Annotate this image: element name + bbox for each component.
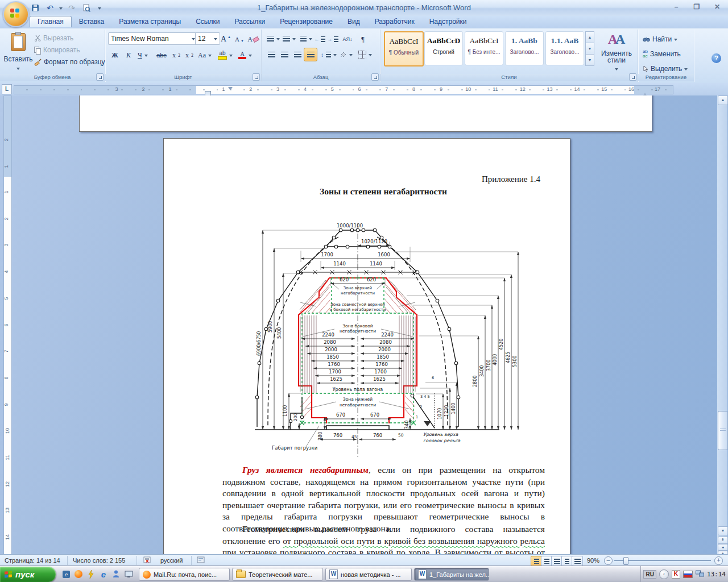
- view-outline-button[interactable]: [561, 556, 573, 566]
- scroll-down-button[interactable]: ▼: [718, 526, 728, 535]
- styles-gallery-more[interactable]: ▼: [585, 54, 594, 66]
- macro-record-icon[interactable]: [197, 555, 205, 566]
- quicklaunch-ie-icon[interactable]: e: [98, 568, 109, 580]
- vertical-ruler[interactable]: 211234567891011121314: [3, 95, 12, 554]
- bold-button[interactable]: Ж: [108, 48, 122, 62]
- office-button[interactable]: [3, 1, 29, 27]
- decrease-indent-button[interactable]: ←: [313, 32, 326, 46]
- font-name-combo[interactable]: Times New Roman: [108, 32, 198, 45]
- tab-razmetka[interactable]: Разметка страницы: [111, 16, 188, 28]
- zoom-slider-thumb[interactable]: [623, 557, 628, 565]
- horizontal-ruler[interactable]: 3211234567891011121314151617: [14, 85, 673, 94]
- taskbar-window-mailru[interactable]: Mail.Ru: почта, поис...: [139, 568, 230, 581]
- save-button[interactable]: [30, 2, 41, 14]
- paragraph-dialog-launcher[interactable]: [371, 73, 379, 81]
- find-button[interactable]: Найти: [640, 33, 680, 45]
- current-page[interactable]: Приложение 1.4 Зоны и степени негабаритн…: [163, 138, 570, 554]
- undo-button[interactable]: ↶: [44, 2, 56, 14]
- view-draft-button[interactable]: [572, 556, 583, 566]
- browse-object-button[interactable]: ●: [718, 544, 728, 551]
- tab-razrabotchik[interactable]: Разработчик: [367, 16, 422, 28]
- bullets-dropdown-icon[interactable]: [276, 38, 280, 42]
- style-card-heading2[interactable]: 1.1. AaB Заголово...: [545, 31, 584, 65]
- tab-selector-button[interactable]: L: [2, 84, 12, 94]
- highlight-button[interactable]: ab: [216, 48, 238, 62]
- grow-font-button[interactable]: А▲: [219, 32, 233, 46]
- align-center-button[interactable]: [278, 48, 291, 61]
- line-spacing-dropdown-icon[interactable]: [333, 54, 337, 58]
- clear-formatting-button[interactable]: A: [246, 32, 260, 46]
- font-size-combo[interactable]: 12: [195, 32, 220, 45]
- superscript-button[interactable]: x2: [183, 48, 196, 62]
- language-indicator-tray[interactable]: RU: [643, 570, 656, 579]
- redo-button[interactable]: ↷: [66, 2, 77, 14]
- scroll-up-button[interactable]: ▲: [718, 95, 728, 105]
- increase-indent-button[interactable]: →: [326, 32, 340, 46]
- style-card-strict[interactable]: AaBbCcD Строгий: [424, 31, 463, 65]
- font-color-button[interactable]: А: [236, 48, 259, 62]
- clock[interactable]: 13:14: [707, 571, 726, 578]
- network-icon[interactable]: [696, 570, 704, 579]
- view-print-layout-button[interactable]: [531, 556, 542, 566]
- zoom-out-button[interactable]: –: [604, 556, 613, 565]
- italic-button[interactable]: К: [122, 48, 135, 62]
- zoom-in-button[interactable]: +: [714, 556, 723, 565]
- underline-dropdown-icon[interactable]: [144, 55, 148, 59]
- style-card-heading1[interactable]: 1. AaBb Заголово...: [505, 31, 544, 65]
- change-styles-button[interactable]: АA Изменить стили: [595, 31, 638, 73]
- select-dropdown-icon[interactable]: [684, 68, 688, 72]
- tray-chevron-icon[interactable]: ‹: [659, 569, 669, 579]
- numbering-dropdown-icon[interactable]: [292, 38, 296, 42]
- close-button[interactable]: ✕: [710, 3, 725, 13]
- kaspersky-icon[interactable]: K: [672, 570, 680, 579]
- taskbar-window-gabarity[interactable]: W 1_Габариты на жел...: [414, 568, 489, 581]
- multilevel-dropdown-icon[interactable]: [309, 38, 312, 42]
- proofing-error-icon[interactable]: ×: [143, 555, 152, 566]
- styles-scroll-up[interactable]: ▲: [585, 31, 594, 43]
- quicklaunch-firefox-icon[interactable]: [73, 568, 84, 580]
- shrink-font-button[interactable]: А▼: [233, 32, 246, 46]
- styles-scroll-down[interactable]: ▼: [585, 43, 594, 55]
- quicklaunch-lightning-icon[interactable]: [85, 568, 97, 580]
- subscript-button[interactable]: x2: [169, 48, 183, 62]
- align-right-button[interactable]: [291, 48, 304, 61]
- replace-button[interactable]: abac Заменить: [640, 48, 683, 60]
- tab-nadstroyki[interactable]: Надстройки: [422, 16, 474, 28]
- strikethrough-button[interactable]: abc: [154, 48, 169, 62]
- style-card-no-spacing[interactable]: AaBbCcI ¶ Без инте...: [465, 31, 503, 65]
- font-size-dropdown-icon[interactable]: [214, 38, 217, 42]
- scrollbar-thumb[interactable]: [718, 411, 728, 450]
- vertical-scrollbar[interactable]: ▤ ▲ ▼ ⇞ ● ⇟: [717, 95, 727, 554]
- find-dropdown-icon[interactable]: [674, 39, 677, 43]
- taskbar-window-metodichka[interactable]: W новая методичка - ...: [325, 568, 412, 581]
- justify-button[interactable]: [304, 48, 317, 61]
- zoom-level[interactable]: 90%: [587, 555, 599, 566]
- quicklaunch-app1-icon[interactable]: e: [60, 568, 72, 580]
- quicklaunch-messenger-icon[interactable]: [110, 568, 122, 580]
- borders-button[interactable]: [356, 48, 378, 61]
- cut-button[interactable]: Вырезать: [32, 32, 76, 44]
- bullets-button[interactable]: [264, 32, 282, 45]
- help-button[interactable]: ?: [712, 53, 721, 63]
- restore-button[interactable]: ❐: [689, 3, 704, 13]
- numbering-button[interactable]: [280, 32, 298, 45]
- word-count[interactable]: Число слов: 2 155: [73, 555, 125, 566]
- select-button[interactable]: Выделить: [640, 63, 690, 75]
- font-color-dropdown-icon[interactable]: [249, 55, 252, 59]
- previous-page-button[interactable]: ⇞: [718, 537, 728, 544]
- underline-button[interactable]: Ч: [135, 48, 156, 62]
- show-marks-button[interactable]: ¶: [356, 32, 370, 46]
- view-fullscreen-button[interactable]: [541, 556, 552, 566]
- tab-rassylki[interactable]: Рассылки: [227, 16, 272, 28]
- zoom-slider-track[interactable]: [614, 560, 711, 561]
- minimize-button[interactable]: –: [669, 3, 684, 13]
- clipboard-dialog-launcher[interactable]: [96, 73, 104, 81]
- start-button[interactable]: пуск: [0, 567, 56, 582]
- qat-customize-icon[interactable]: [98, 7, 101, 11]
- first-line-indent-marker[interactable]: [228, 87, 233, 93]
- highlight-dropdown-icon[interactable]: [229, 55, 233, 59]
- tab-ssylki[interactable]: Ссылки: [188, 16, 227, 28]
- tab-vstavka[interactable]: Вставка: [72, 16, 112, 28]
- styles-dialog-launcher[interactable]: [629, 73, 636, 81]
- view-web-button[interactable]: [551, 556, 562, 566]
